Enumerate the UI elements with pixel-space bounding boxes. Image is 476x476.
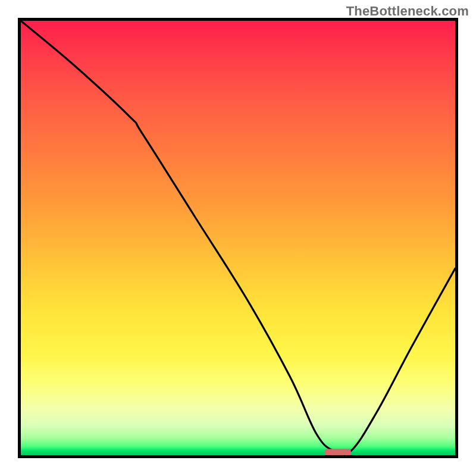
plot-area: [18, 18, 458, 458]
minimum-marker: [325, 449, 351, 455]
watermark-text: TheBottleneck.com: [346, 4, 469, 19]
bottleneck-curve-svg: [21, 21, 455, 455]
chart-container: TheBottleneck.com: [0, 0, 476, 476]
bottleneck-curve-path: [21, 21, 455, 455]
